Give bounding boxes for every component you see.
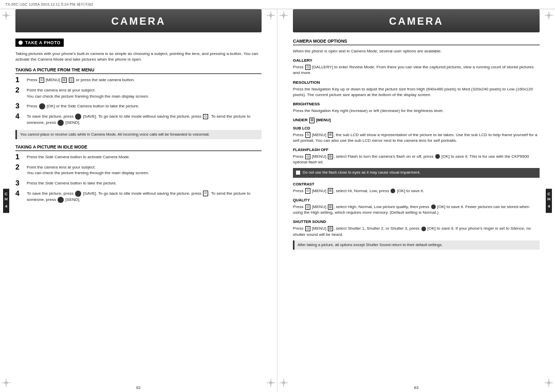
ok-icon <box>39 103 45 109</box>
flash-icon: ⊞ <box>328 154 333 159</box>
back-icon: ⊙ <box>203 191 208 196</box>
shutter-heading: SHUTTER SOUND <box>293 219 540 224</box>
under-menu-heading: UNDER ⊙ [MENU] <box>293 118 540 123</box>
flash-warning: Do not use the flash close to eyes as it… <box>293 168 540 178</box>
menu-icon: ⊙ <box>39 78 44 83</box>
quality-text: Press ⊙ [MENU] ⊞, select High, Normal, L… <box>293 204 540 215</box>
step-item: 3 Press the Side Camera button to take t… <box>15 180 262 186</box>
ok-icon-5 <box>421 227 426 231</box>
ok-icon <box>75 114 81 120</box>
camera-mode-options-intro: When the phone is open and in Camera Mod… <box>293 48 540 54</box>
camera-mode-options-heading: CAMERA MODE OPTIONS <box>293 39 540 45</box>
crosshair-br-r <box>545 379 553 387</box>
quality-icon: ⊞ <box>328 204 333 210</box>
contrast-text: Press ⊙ [MENU] ⊞, select Hi, Normal, Low… <box>293 188 540 194</box>
ch-label-right: C H 4 <box>546 189 552 213</box>
quality-heading: QUALITY <box>293 198 540 202</box>
crosshair-tl-r <box>280 11 288 20</box>
ok-icon-4 <box>431 204 436 209</box>
brightness-heading: BRIGHTNESS <box>293 102 540 106</box>
contrast-icon: ⊞ <box>328 188 333 193</box>
right-page: CAMERA CAMERA MODE OPTIONS When the phon… <box>278 9 555 392</box>
cam-icon: ◎ <box>69 78 74 83</box>
gallery-text: Press ⊙ [GALLERY] to enter Review Mode. … <box>293 64 540 76</box>
crosshair-br <box>267 379 275 387</box>
ch-label-left: C H 4 <box>3 189 9 213</box>
step-item: 4 To save the picture, press [SAVE]. To … <box>15 114 262 126</box>
page-header: TX-95C USC 1205A 2003.12.11 5:24 PM 페이지8… <box>0 0 555 9</box>
ok-icon-3 <box>391 189 395 193</box>
nav-icon: ⊛ <box>62 78 67 83</box>
gallery-heading: GALLERY <box>293 58 540 63</box>
resolution-text: Press the Navigation Key up or down to a… <box>293 86 540 98</box>
warn-icon <box>296 171 300 175</box>
menu-icon-1: ⊙ <box>305 132 310 137</box>
main-content: CAMERA TAKE A PHOTO Taking pictures with… <box>0 9 555 392</box>
left-page: CAMERA TAKE A PHOTO Taking pictures with… <box>0 9 278 392</box>
step-item: 1 Press the Side Camera button to activa… <box>15 154 262 160</box>
take-a-photo-label: TAKE A PHOTO <box>25 40 61 45</box>
from-menu-heading: TAKING A PICTURE FROM THE MENU <box>15 67 262 74</box>
right-camera-banner: CAMERA <box>293 9 540 32</box>
take-a-photo-heading: TAKE A PHOTO <box>15 39 64 47</box>
right-page-number: 83 <box>414 385 419 390</box>
ok-icon-2 <box>435 154 440 159</box>
crosshair-tr <box>267 11 275 20</box>
menu-icon-2: ⊙ <box>305 154 310 159</box>
bullet-icon <box>18 41 23 45</box>
gallery-icon: ⊙ <box>305 65 310 70</box>
step-item: 2 Point the camera lens at your subject.… <box>15 87 262 99</box>
contrast-heading: CONTRAST <box>293 182 540 186</box>
step-item: 1 Press ⊙ [MENU] ⊛ ◎ or press the side c… <box>15 77 262 83</box>
ok-icon <box>75 191 81 197</box>
resolution-heading: RESOLUTION <box>293 80 540 85</box>
left-camera-banner: CAMERA <box>15 9 262 32</box>
sub-lcd-heading: SUB LCD <box>293 126 540 130</box>
from-menu-steps: 1 Press ⊙ [MENU] ⊛ ◎ or press the side c… <box>15 77 262 125</box>
menu-icon-4: ⊙ <box>305 204 310 210</box>
step-item: 4 To save the picture, press [SAVE]. To … <box>15 191 262 203</box>
sub-lcd-text: Press ⊙ [MENU] ⊞, the sub LCD will show … <box>293 132 540 143</box>
menu-icon-5: ⊙ <box>305 226 310 231</box>
crosshair-tr-r <box>545 11 553 20</box>
idle-mode-heading: TAKING A PICTURE IN IDLE MODE <box>15 144 262 151</box>
back-icon: ⊙ <box>203 114 208 119</box>
brightness-text: Press the Navigation Key right (increase… <box>293 108 540 114</box>
shutter-text: Press ⊙ [MENU] ⊞, select Shutter 1, Shut… <box>293 226 540 237</box>
shutter-info: After taking a picture, all options exce… <box>293 240 540 250</box>
sublcd-icon: ⊞ <box>328 132 333 137</box>
crosshair-tl <box>2 11 10 20</box>
camera-mode-info: You cannot place or receive calls while … <box>15 130 262 140</box>
menu-icon-3: ⊙ <box>305 188 310 193</box>
idle-mode-steps: 1 Press the Side Camera button to activa… <box>15 154 262 202</box>
step-item: 3 Press [OK] or the Side Camera button t… <box>15 103 262 109</box>
header-text: TX-95C USC 1205A 2003.12.11 5:24 PM 페이지8… <box>5 2 93 7</box>
menu-icon-under: ⊙ <box>309 118 314 123</box>
crosshair-bl-r <box>280 379 288 387</box>
take-a-photo-intro: Taking pictures with your phone's built-… <box>15 51 262 62</box>
left-page-number: 82 <box>136 385 141 390</box>
flash-heading: FLASH/FLASH OFF <box>293 147 540 152</box>
shutter-icon: ⊞ <box>328 226 333 231</box>
crosshair-bl <box>2 379 10 387</box>
send-icon <box>58 197 64 203</box>
send-icon <box>58 120 64 126</box>
flash-text: Press ⊙ [MENU] ⊞, select Flash to turn t… <box>293 154 540 165</box>
step-item: 2 Point the camera lens at your subject.… <box>15 164 262 176</box>
